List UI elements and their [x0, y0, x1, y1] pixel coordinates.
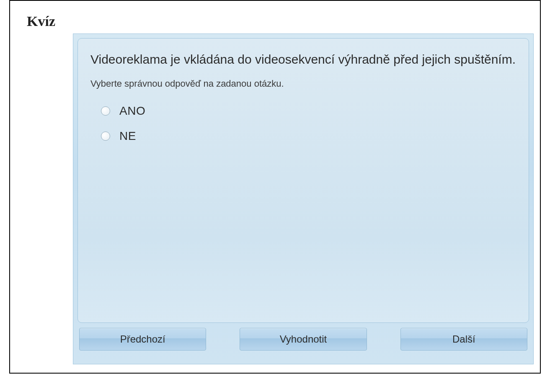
radio-icon[interactable] — [101, 106, 110, 116]
page-title: Kvíz — [27, 13, 532, 29]
question-text: Videoreklama je vkládána do videosekvenc… — [90, 51, 516, 68]
evaluate-button[interactable]: Vyhodnotit — [240, 328, 367, 351]
options-group: ANO NE — [90, 104, 516, 143]
page-frame: Kvíz Videoreklama je vkládána do videose… — [9, 0, 541, 374]
option-no[interactable]: NE — [101, 129, 516, 143]
quiz-panel: Videoreklama je vkládána do videosekvenc… — [73, 34, 534, 364]
question-card: Videoreklama je vkládána do videosekvenc… — [77, 38, 529, 323]
option-label: NE — [119, 129, 136, 143]
option-label: ANO — [119, 104, 145, 118]
radio-icon[interactable] — [101, 132, 110, 141]
button-row: Předchozí Vyhodnotit Další — [77, 328, 529, 351]
option-yes[interactable]: ANO — [101, 104, 516, 118]
next-button[interactable]: Další — [400, 328, 527, 351]
previous-button[interactable]: Předchozí — [79, 328, 206, 351]
instruction-text: Vyberte správnou odpověď na zadanou otáz… — [90, 78, 516, 89]
